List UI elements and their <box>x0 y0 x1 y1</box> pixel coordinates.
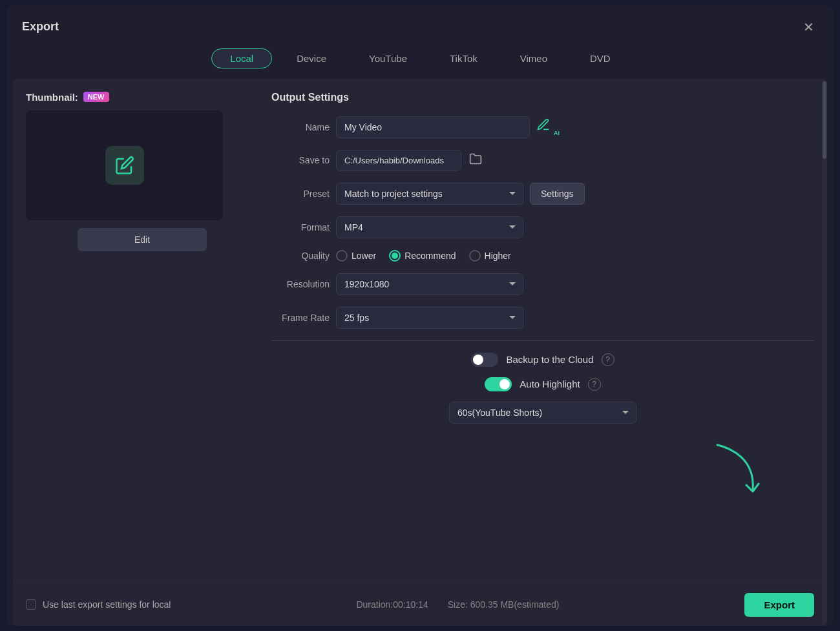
save-path-input[interactable] <box>336 150 461 171</box>
format-select[interactable]: MP4 AVI MOV <box>336 216 523 238</box>
cloud-backup-toggle[interactable] <box>471 353 498 367</box>
footer: Use last export settings for local Durat… <box>13 583 827 626</box>
auto-highlight-thumb <box>499 379 510 389</box>
size-info: Size: 600.35 MB(estimated) <box>448 599 560 610</box>
quality-field-row: Quality Lower Recommend Higher <box>271 250 814 262</box>
cloud-backup-label: Backup to the Cloud <box>506 354 593 365</box>
settings-button[interactable]: Settings <box>530 183 585 205</box>
tab-vimeo[interactable]: Vimeo <box>502 48 565 68</box>
dialog-title: Export <box>22 20 59 34</box>
scrollbar-thumb <box>823 81 826 159</box>
tab-device[interactable]: Device <box>278 48 344 68</box>
output-settings-title: Output Settings <box>271 92 814 103</box>
name-input[interactable] <box>336 116 530 138</box>
close-button[interactable]: ✕ <box>799 17 818 37</box>
auto-highlight-label: Auto Highlight <box>520 378 580 389</box>
save-to-field-row: Save to <box>271 150 814 171</box>
divider <box>271 340 814 341</box>
export-button[interactable]: Export <box>744 593 814 617</box>
auto-highlight-row: Auto Highlight ? <box>271 377 814 391</box>
toggle-thumb <box>473 355 483 365</box>
arrow-indicator <box>711 439 762 506</box>
quality-recommend[interactable]: Recommend <box>389 250 456 262</box>
resolution-field-row: Resolution 1920x1080 1280x720 3840x2160 <box>271 273 814 295</box>
scrollbar[interactable] <box>822 79 827 626</box>
use-last-settings-label: Use last export settings for local <box>43 599 171 610</box>
export-dialog: Export ✕ Local Device YouTube TikTok Vim… <box>6 6 834 626</box>
path-row <box>336 150 485 171</box>
thumbnail-preview <box>26 110 223 220</box>
cloud-backup-row: Backup to the Cloud ? <box>271 353 814 367</box>
thumbnail-icon <box>105 146 144 185</box>
thumbnail-section: Thumbnail: NEW <box>26 92 258 103</box>
quality-recommend-radio[interactable] <box>389 250 401 262</box>
preset-label: Preset <box>271 189 330 199</box>
main-content: Thumbnail: NEW Edit Output <box>13 79 827 626</box>
quality-lower-radio[interactable] <box>336 250 348 262</box>
tab-local[interactable]: Local <box>211 48 272 68</box>
new-badge: NEW <box>83 92 109 102</box>
use-last-settings-checkbox[interactable] <box>26 599 36 610</box>
footer-left: Use last export settings for local <box>26 599 171 610</box>
edit-button[interactable]: Edit <box>78 228 207 251</box>
title-bar: Export ✕ <box>6 6 834 43</box>
preset-field-row: Preset Match to project settings Setting… <box>271 183 814 205</box>
shorts-row: 60s(YouTube Shorts) 30s 15s <box>271 402 814 424</box>
cloud-backup-help-icon[interactable]: ? <box>602 353 614 366</box>
folder-button[interactable] <box>467 150 485 171</box>
name-field-row: Name AI <box>271 116 814 138</box>
auto-highlight-help-icon[interactable]: ? <box>588 378 601 391</box>
thumbnail-label-text: Thumbnail: <box>26 92 78 103</box>
format-field-row: Format MP4 AVI MOV <box>271 216 814 238</box>
save-to-label: Save to <box>271 155 330 165</box>
left-panel: Thumbnail: NEW Edit <box>26 92 258 570</box>
right-panel: Output Settings Name AI Save to <box>271 92 814 570</box>
quality-higher-radio[interactable] <box>469 250 481 262</box>
ai-icon[interactable]: AI <box>536 118 560 136</box>
tab-dvd[interactable]: DVD <box>572 48 629 68</box>
shorts-select[interactable]: 60s(YouTube Shorts) 30s 15s <box>449 402 636 424</box>
format-label: Format <box>271 222 330 233</box>
resolution-label: Resolution <box>271 279 330 289</box>
quality-lower-label: Lower <box>352 251 376 261</box>
tab-youtube[interactable]: YouTube <box>351 48 425 68</box>
quality-lower[interactable]: Lower <box>336 250 376 262</box>
quality-higher-label: Higher <box>485 251 511 261</box>
preset-select[interactable]: Match to project settings <box>336 183 523 205</box>
quality-higher[interactable]: Higher <box>469 250 511 262</box>
tab-tiktok[interactable]: TikTok <box>432 48 496 68</box>
quality-options: Lower Recommend Higher <box>336 250 511 262</box>
auto-highlight-toggle[interactable] <box>485 377 512 391</box>
quality-recommend-label: Recommend <box>404 251 456 261</box>
name-label: Name <box>271 122 330 132</box>
preset-row: Match to project settings Settings <box>336 183 585 205</box>
duration-info: Duration:00:10:14 <box>356 599 428 610</box>
quality-label: Quality <box>271 251 330 261</box>
resolution-select[interactable]: 1920x1080 1280x720 3840x2160 <box>336 273 523 295</box>
content-area: Thumbnail: NEW Edit Output <box>13 79 827 583</box>
footer-info: Duration:00:10:14 Size: 600.35 MB(estima… <box>356 599 559 610</box>
framerate-select[interactable]: 25 fps 24 fps 30 fps 60 fps <box>336 307 523 329</box>
framerate-label: Frame Rate <box>271 313 330 323</box>
tab-bar: Local Device YouTube TikTok Vimeo DVD <box>6 43 834 79</box>
framerate-field-row: Frame Rate 25 fps 24 fps 30 fps 60 fps <box>271 307 814 329</box>
